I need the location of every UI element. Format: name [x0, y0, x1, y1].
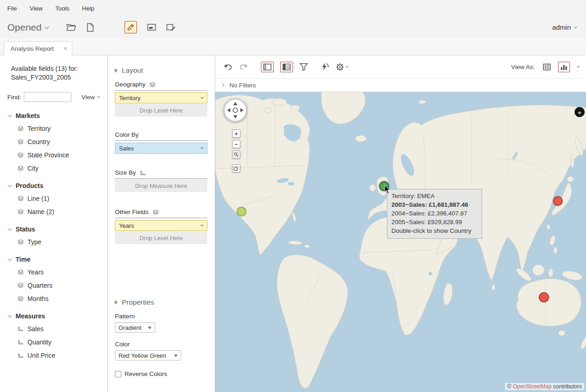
field-quarters[interactable]: Quarters	[0, 279, 107, 292]
map-pan-control[interactable]	[223, 98, 247, 122]
form-edit-button[interactable]	[166, 23, 176, 32]
field-line[interactable]: Line (1)	[0, 192, 107, 205]
layers-icon	[152, 209, 159, 215]
view-dropdown-label[interactable]: View	[81, 94, 95, 101]
gear-icon	[336, 63, 344, 71]
tab-analysis-report[interactable]: Analysis Report ×	[4, 41, 72, 55]
menu-item-view[interactable]: View	[30, 5, 43, 12]
chevron-down-icon	[8, 256, 12, 261]
redo-button[interactable]	[239, 63, 248, 71]
tab-label: Analysis Report	[11, 45, 59, 52]
layers-icon	[17, 269, 24, 275]
calc-refresh-icon	[320, 62, 329, 71]
map-point-australia[interactable]	[539, 292, 549, 302]
new-document-button[interactable]	[86, 23, 94, 32]
geography-label: Geography	[115, 81, 146, 88]
layers-icon	[17, 126, 24, 131]
geography-dropzone[interactable]: Drop Level Here	[115, 104, 207, 117]
no-filters-label: No Filters	[229, 82, 256, 89]
layers-icon	[17, 283, 24, 288]
group-label: Status	[16, 226, 35, 233]
find-input[interactable]	[24, 92, 71, 102]
user-name: admin	[552, 23, 571, 31]
field-name[interactable]: Name (2)	[0, 205, 107, 218]
field-unit-price[interactable]: Unit Price	[0, 349, 107, 362]
field-city[interactable]: City	[0, 161, 107, 175]
filters-bar[interactable]: No Filters	[215, 79, 586, 92]
map-point-japan[interactable]	[553, 196, 563, 206]
bar-chart-icon	[560, 64, 568, 70]
map-canvas[interactable]: + − + Territory: EMEA 2003~Sal	[215, 92, 586, 392]
field-territory[interactable]: Territory	[0, 122, 107, 135]
pencil-icon	[126, 23, 135, 32]
undo-button[interactable]	[223, 63, 233, 71]
pattern-select[interactable]: Gradient	[115, 322, 155, 333]
toggle-design-pane-button[interactable]	[261, 62, 274, 72]
zoom-to-area-button[interactable]	[232, 150, 240, 159]
chevron-down-icon	[8, 226, 12, 231]
find-label: Find:	[7, 94, 21, 101]
select-region-button[interactable]	[232, 164, 240, 172]
properties-section-header[interactable]: Properties	[115, 298, 207, 306]
chevron-down-icon	[346, 64, 349, 68]
field-quantity[interactable]: Quantity	[0, 335, 107, 349]
menu-item-help[interactable]: Help	[82, 5, 94, 12]
filter-button[interactable]	[299, 63, 308, 71]
field-years[interactable]: Years	[0, 265, 107, 279]
user-menu[interactable]: admin	[552, 23, 577, 31]
fields-panel-title: Available fields (13) for: Sales_FY2003_…	[0, 64, 107, 82]
tree-group-measures[interactable]: Measures	[0, 310, 107, 322]
world-map	[215, 92, 586, 392]
settings-menu-button[interactable]	[336, 63, 348, 71]
map-point-us[interactable]	[237, 207, 246, 216]
close-icon[interactable]: ×	[64, 45, 67, 52]
measure-icon	[17, 326, 24, 332]
field-state-province[interactable]: State Province	[0, 148, 107, 161]
field-sales[interactable]: Sales	[0, 322, 107, 335]
tree-group-time[interactable]: Time	[0, 253, 107, 265]
other-fields-select[interactable]: Years	[115, 220, 207, 231]
map-toolbar: View As:	[215, 55, 586, 79]
color-select[interactable]: Red Yellow Green	[115, 350, 181, 360]
open-folder-button[interactable]	[66, 23, 76, 32]
field-type[interactable]: Type	[0, 235, 107, 248]
zoom-in-button[interactable]: +	[232, 129, 240, 138]
layers-icon	[17, 239, 24, 245]
field-months[interactable]: Months	[0, 292, 107, 305]
view-as-chevron-icon[interactable]	[577, 64, 580, 68]
view-as-chart-button[interactable]	[558, 62, 570, 72]
expander-icon	[115, 68, 118, 73]
chevron-down-icon	[201, 223, 204, 226]
presentation-button[interactable]	[147, 23, 156, 31]
layout-section-header[interactable]: Layout	[115, 66, 207, 75]
tree-group-products[interactable]: Products	[0, 179, 107, 192]
tree-group-status[interactable]: Status	[0, 223, 107, 235]
menu-bar: File View Tools Help	[0, 0, 586, 16]
geography-select[interactable]: Territory	[115, 92, 207, 103]
pattern-label: Pattern	[115, 313, 207, 320]
add-annotation-button[interactable]: +	[575, 107, 585, 117]
color-by-select[interactable]: Sales	[115, 143, 207, 154]
other-fields-dropzone[interactable]: Drop Level Here	[115, 231, 207, 244]
menu-item-file[interactable]: File	[7, 5, 17, 12]
layout-panel: Layout Geography Territory Drop Level He…	[108, 55, 215, 392]
toggle-data-pane-button[interactable]	[280, 62, 293, 72]
menu-item-tools[interactable]: Tools	[55, 5, 69, 12]
edit-mode-toggle[interactable]	[125, 21, 137, 33]
folder-open-icon	[66, 23, 76, 32]
field-country[interactable]: Country	[0, 135, 107, 148]
auto-refresh-button[interactable]	[320, 62, 329, 71]
reverse-colors-checkbox[interactable]	[115, 371, 121, 377]
chevron-down-icon[interactable]	[97, 95, 100, 98]
size-by-dropzone[interactable]: Drop Measure Here	[115, 179, 207, 192]
layers-icon	[17, 196, 24, 201]
group-label: Products	[16, 182, 43, 189]
view-as-table-button[interactable]	[543, 64, 551, 70]
zoom-out-button[interactable]: −	[232, 140, 240, 148]
undo-icon	[223, 63, 233, 71]
opened-dropdown[interactable]: Opened	[7, 22, 49, 33]
openstreetmap-link[interactable]: OpenStreetMap	[513, 383, 552, 390]
tree-group-markets[interactable]: Markets	[0, 109, 107, 122]
measure-icon	[140, 170, 146, 176]
group-label: Time	[16, 256, 30, 263]
